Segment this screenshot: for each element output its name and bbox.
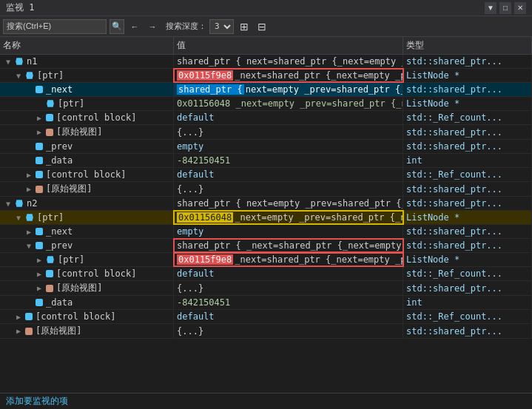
col-header-type[interactable]: 类型 [403, 37, 532, 54]
cell-type: std::_Ref_count... [403, 168, 532, 181]
col-header-name[interactable]: 名称 [0, 37, 174, 54]
search-icon-button[interactable]: 🔍 [110, 19, 124, 34]
value-text: shared_ptr { _next=shared_ptr {_next=emp… [177, 240, 403, 251]
table-row[interactable]: ▶[原始视图]{...}std::shared_ptr... [0, 182, 532, 197]
filter-button[interactable]: ⊞ [237, 19, 252, 34]
cell-name: ▶[control block] [0, 310, 174, 323]
expand-button[interactable]: ⊟ [255, 19, 269, 34]
depth-select[interactable]: 3 1 2 4 5 [209, 19, 234, 34]
row-expander[interactable]: ▶ [24, 226, 34, 237]
row-expander[interactable]: ▼ [3, 56, 13, 67]
forward-button[interactable]: → [145, 19, 160, 34]
search-label: 搜索(Ctrl+E) [7, 21, 51, 32]
class-icon [25, 328, 33, 335]
row-expander[interactable]: ▶ [34, 112, 44, 123]
cell-value: shared_ptr { next=empty _prev=shared_ptr… [174, 197, 403, 210]
cell-value: empty [174, 225, 403, 238]
table-row[interactable]: ▶[control block]defaultstd::_Ref_count..… [0, 267, 532, 281]
table-row[interactable]: ▶[control block]defaultstd::_Ref_count..… [0, 310, 532, 324]
value-text: default [177, 169, 215, 180]
value-text: -842150451 [177, 155, 230, 166]
cell-value: 0x01156048 _next=empty _prev=shared_ptr … [174, 97, 403, 110]
table-row[interactable]: _data-842150451int [0, 296, 532, 310]
row-expander[interactable]: ▶ [34, 127, 44, 138]
field-icon [46, 270, 53, 277]
table-row[interactable]: ▶[原始视图]{...}std::shared_ptr... [0, 125, 532, 140]
value-text: {...} [177, 184, 203, 195]
table-row[interactable]: ▶[control block]defaultstd::_Ref_count..… [0, 168, 532, 182]
add-watch-link[interactable]: 添加要监视的项 [6, 395, 68, 408]
cell-value: shared_ptr { _next=shared_ptr {_next=emp… [174, 239, 403, 252]
col-header-value[interactable]: 值 [174, 37, 403, 54]
cell-type: std::shared_ptr... [403, 83, 532, 96]
field-icon [36, 242, 43, 249]
cell-type: std::shared_ptr... [403, 197, 532, 210]
close-btn[interactable]: ✕ [514, 2, 526, 14]
value-text: 0x01156048_next=empty _prev=shared_ptr {… [177, 212, 403, 223]
row-expander[interactable] [24, 297, 34, 308]
add-bar[interactable]: 添加要监视的项 [0, 393, 532, 409]
table-row[interactable]: ▶[control block]defaultstd::_Ref_count..… [0, 111, 532, 125]
value-text: default [177, 268, 215, 279]
cell-name: ▶[control block] [0, 168, 174, 181]
cell-name: ▶[原始视图] [0, 125, 174, 139]
row-expander[interactable]: ▼ [24, 240, 34, 251]
table-row[interactable]: ▼n1shared_ptr { next=shared_ptr {_next=e… [0, 55, 532, 69]
value-text: 0x01156048 _next=empty _prev=shared_ptr … [177, 98, 403, 109]
table-row[interactable]: ▶[原始视图]{...}std::shared_ptr... [0, 324, 532, 339]
row-name-text: _next [46, 84, 73, 95]
value-text: empty [177, 141, 203, 152]
ptr-icon [46, 99, 55, 108]
table-row[interactable]: ▼_prevshared_ptr { _next=shared_ptr {_ne… [0, 239, 532, 253]
row-expander[interactable]: ▶ [24, 169, 34, 180]
cell-type: std::_Ref_count... [403, 111, 532, 124]
row-expander[interactable] [24, 84, 34, 95]
search-box[interactable]: 搜索(Ctrl+E) [3, 19, 107, 34]
row-expander[interactable]: ▶ [34, 283, 44, 294]
row-expander[interactable] [24, 155, 34, 166]
row-expander[interactable]: ▶ [13, 311, 24, 322]
dropdown-btn[interactable]: ▼ [485, 2, 496, 14]
row-expander[interactable]: ▶ [34, 254, 44, 265]
table-row[interactable]: _nextshared_ptr {next=empty _prev=shared… [0, 83, 532, 97]
class-icon [36, 186, 43, 193]
cell-value: -842150451 [174, 154, 403, 167]
row-expander[interactable]: ▶ [34, 268, 44, 279]
row-expander[interactable]: ▶ [13, 326, 24, 337]
table-row[interactable]: ▼[ptr]0x01156048_next=empty _prev=shared… [0, 211, 532, 225]
row-expander[interactable]: ▼ [13, 212, 24, 223]
cell-type: std::shared_ptr... [403, 239, 532, 252]
table-row[interactable]: _data-842150451int [0, 154, 532, 168]
value-text: 0x0115f9e8_next=shared_ptr {_next=empty … [177, 70, 403, 81]
cell-type: std::shared_ptr... [403, 125, 532, 139]
cell-value: 0x0115f9e8_next=shared_ptr {_next=empty … [174, 69, 403, 82]
cell-name: ▼n2 [0, 197, 174, 210]
row-name-text: _prev [46, 141, 73, 152]
row-expander[interactable] [24, 141, 34, 152]
table-row[interactable]: [ptr]0x01156048 _next=empty _prev=shared… [0, 97, 532, 111]
cell-value: empty [174, 140, 403, 153]
minimize-btn[interactable]: □ [499, 2, 511, 14]
table-row[interactable]: _prevemptystd::shared_ptr... [0, 140, 532, 154]
field-icon [36, 157, 43, 164]
table-row[interactable]: ▼[ptr]0x0115f9e8_next=shared_ptr {_next=… [0, 69, 532, 83]
title-controls[interactable]: ▼ □ ✕ [485, 2, 526, 14]
value-text: -842150451 [177, 297, 230, 308]
table-row[interactable]: ▶[原始视图]{...}std::shared_ptr... [0, 281, 532, 296]
row-expander[interactable] [34, 98, 44, 109]
row-name-text: [control block] [36, 311, 115, 322]
cell-value: default [174, 310, 403, 323]
cell-value: shared_ptr {next=empty _prev=shared_ptr … [174, 83, 403, 96]
field-icon [25, 313, 33, 320]
table-row[interactable]: ▶_nextemptystd::shared_ptr... [0, 225, 532, 239]
table-row[interactable]: ▶[ptr]0x0115f9e8_next=shared_ptr {_next=… [0, 253, 532, 267]
row-name-text: n1 [27, 56, 37, 67]
row-expander[interactable]: ▼ [13, 70, 24, 81]
row-name-text: [ptr] [58, 254, 84, 265]
cell-value: 0x0115f9e8_next=shared_ptr {_next=empty … [174, 253, 403, 266]
row-expander[interactable]: ▶ [24, 184, 34, 195]
cell-name: ▶[原始视图] [0, 281, 174, 295]
back-button[interactable]: ← [127, 19, 142, 34]
table-row[interactable]: ▼n2shared_ptr { next=empty _prev=shared_… [0, 197, 532, 211]
row-expander[interactable]: ▼ [3, 198, 13, 209]
